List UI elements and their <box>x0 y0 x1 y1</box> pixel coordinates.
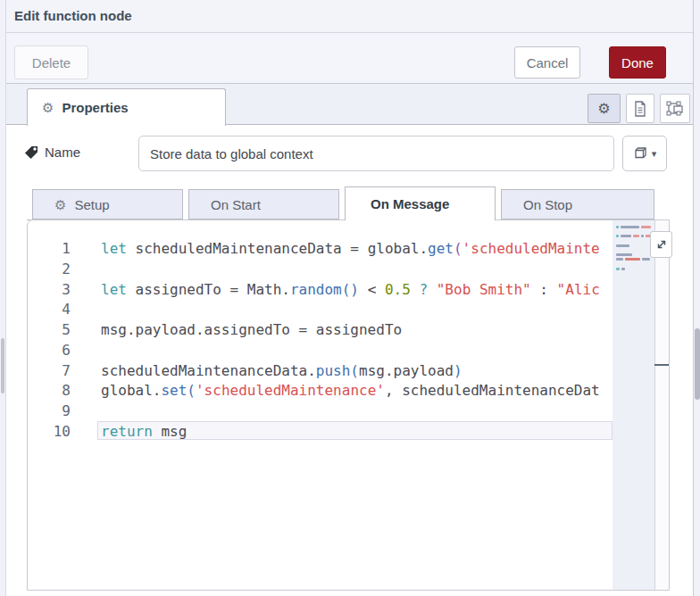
tab-setup[interactable]: ⚙ Setup <box>32 189 183 219</box>
code-line-4[interactable]: 4 <box>28 299 613 319</box>
tab-on-start-label: On Start <box>211 197 261 212</box>
tab-properties-label: Properties <box>62 100 128 115</box>
code-line-5[interactable]: 5msg.payload.assignedTo = assignedTo <box>28 319 613 340</box>
document-icon <box>633 101 647 117</box>
name-label-text: Name <box>45 145 80 160</box>
function-tab-bar: ⚙ Setup On Start On Message On Stop <box>0 186 700 220</box>
dialog-header: Edit function node <box>0 0 700 33</box>
gear-icon: ⚙ <box>54 198 66 211</box>
tab-properties[interactable]: ⚙ Properties <box>27 88 226 126</box>
line-number: 1 <box>28 238 71 259</box>
line-number: 6 <box>28 340 71 360</box>
code-line-1[interactable]: 1let scheduledMaintenanceData = global.g… <box>28 238 613 259</box>
expand-editor-button[interactable] <box>650 231 672 258</box>
line-number: 7 <box>28 360 71 381</box>
book-icon <box>633 146 648 161</box>
minimap-line <box>616 244 629 247</box>
line-number: 9 <box>28 401 71 421</box>
line-number: 10 <box>28 421 71 442</box>
minimap-line <box>616 235 652 237</box>
gear-icon: ⚙ <box>597 102 610 116</box>
dialog-button-row: Delete Cancel Done <box>0 33 700 84</box>
dialog-title: Edit function node <box>14 8 132 23</box>
code-text: global.set('scheduledMaintenance', sched… <box>101 380 600 401</box>
delete-button[interactable]: Delete <box>14 46 88 79</box>
editor-scrollbar-thumb[interactable] <box>654 364 669 366</box>
minimap-line <box>616 268 625 270</box>
edit-function-node-dialog: Edit function node Delete Cancel Done ⚙ … <box>0 0 700 596</box>
code-line-3[interactable]: 3let assignedTo = Math.random() < 0.5 ? … <box>28 279 613 300</box>
minimap-line <box>616 258 650 261</box>
tab-on-message-label: On Message <box>371 196 449 211</box>
scrollbar-thumb[interactable] <box>1 338 4 393</box>
tab-on-message[interactable]: On Message <box>345 186 496 220</box>
code-text: return msg <box>101 421 187 442</box>
appearance-button[interactable] <box>660 94 690 123</box>
code-line-7[interactable]: 7scheduledMaintenanceData.push(msg.paylo… <box>28 360 613 381</box>
name-input[interactable] <box>138 136 614 171</box>
line-number: 4 <box>28 299 71 319</box>
line-number: 3 <box>28 279 71 300</box>
dialog-scrollbar-right[interactable] <box>693 0 700 596</box>
expand-icon <box>655 238 668 251</box>
code-line-10[interactable]: 10return msg <box>28 421 613 442</box>
code-line-6[interactable]: 6 <box>28 340 613 360</box>
code-line-8[interactable]: 8global.set('scheduledMaintenance', sche… <box>28 380 613 401</box>
chevron-down-icon: ▾ <box>652 148 657 160</box>
code-text: let scheduledMaintenanceData = global.ge… <box>101 238 600 259</box>
line-number: 2 <box>28 259 71 279</box>
scrollbar-thumb[interactable] <box>695 328 700 400</box>
minimap-line <box>616 253 632 256</box>
panel-tab-bar: ⚙ Properties ⚙ <box>0 84 700 125</box>
gear-icon: ⚙ <box>42 101 54 114</box>
minimap-line <box>616 226 651 228</box>
editor-minimap[interactable] <box>612 220 654 590</box>
code-line-2[interactable]: 2 <box>28 259 613 279</box>
dialog-scrollbar-left[interactable] <box>0 0 6 596</box>
line-number: 8 <box>28 380 71 401</box>
code-text: scheduledMaintenanceData.push(msg.payloa… <box>101 360 462 381</box>
code-text: let assignedTo = Math.random() < 0.5 ? "… <box>101 279 600 300</box>
description-button[interactable] <box>626 94 654 123</box>
code-text: msg.payload.assignedTo = assignedTo <box>101 319 402 340</box>
tag-icon <box>24 145 38 160</box>
code-editor[interactable]: 1let scheduledMaintenanceData = global.g… <box>27 219 670 591</box>
tab-on-stop-label: On Stop <box>523 197 572 212</box>
editor-scrollbar[interactable] <box>654 220 669 590</box>
code-line-9[interactable]: 9 <box>28 401 613 421</box>
line-number: 5 <box>28 319 71 340</box>
cancel-button[interactable]: Cancel <box>514 46 580 79</box>
name-field-label: Name <box>24 145 80 160</box>
tab-setup-label: Setup <box>74 197 109 212</box>
tab-on-start[interactable]: On Start <box>188 189 339 219</box>
node-properties-button[interactable]: ⚙ <box>588 94 621 123</box>
appearance-icon <box>666 101 684 117</box>
library-button[interactable]: ▾ <box>622 136 667 171</box>
done-button[interactable]: Done <box>609 46 666 79</box>
tab-on-stop[interactable]: On Stop <box>501 189 654 219</box>
